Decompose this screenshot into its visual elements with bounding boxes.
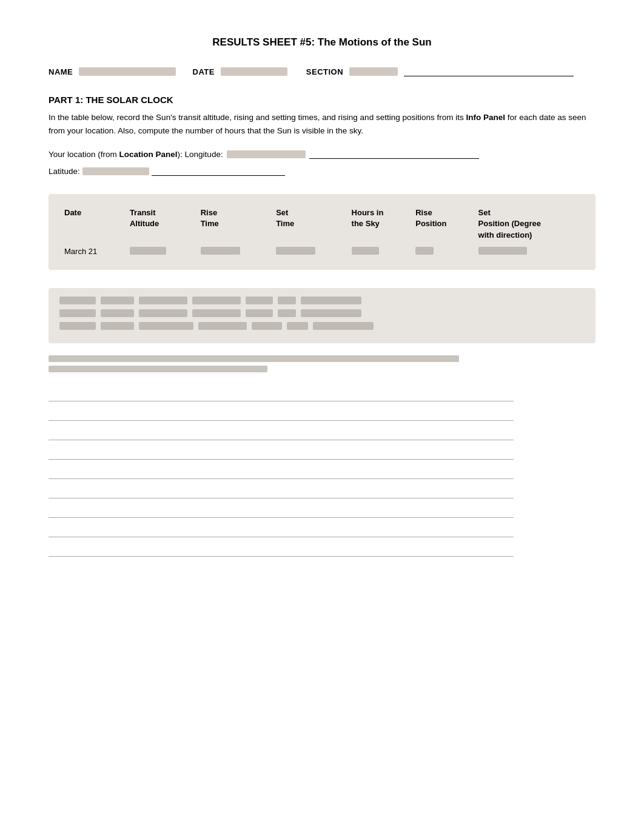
part1-intro: In the table below, record the Sun's tra… [49,111,595,137]
longitude-underline [309,149,479,159]
col-header-set-time: SetTime [271,204,346,243]
longitude-field-value [227,150,306,158]
date-label: DATE [193,67,215,76]
blurred-text-section [49,355,595,372]
section-label: SECTION [306,67,343,76]
cell-rise-pos [411,243,473,260]
answer-line-6 [49,481,514,498]
answer-line-9 [49,540,514,557]
latitude-row: Latitude: [49,166,595,176]
date-field-value [221,67,287,76]
cell-date: March 21 [59,243,125,260]
answer-line-5 [49,462,514,479]
col-header-rise-position: RisePosition [411,204,473,243]
col-header-hours: Hours inthe Sky [347,204,411,243]
blurred-row-2 [59,309,585,317]
cell-set-time [271,243,346,260]
cell-transit [125,243,196,260]
blurred-table-section [49,288,595,343]
blurred-row-1 [59,297,585,304]
section-underline [404,67,574,76]
location-label: Your location (from Location Panel): Lon… [49,150,223,159]
page-title: RESULTS SHEET #5: The Motions of the Sun [49,36,595,49]
answer-line-7 [49,501,514,518]
col-header-transit: TransitAltitude [125,204,196,243]
data-table: Date TransitAltitude RiseTime SetTime Ho… [59,204,585,260]
location-row: Your location (from Location Panel): Lon… [49,149,595,159]
cell-hours [347,243,411,260]
col-header-set-position: SetPosition (Degreewith direction) [474,204,585,243]
answer-lines-section [49,384,595,557]
part1-title: PART 1: THE SOLAR CLOCK [49,95,595,105]
table-row: March 21 [59,243,585,260]
section-field-value [349,67,398,76]
latitude-label: Latitude: [49,167,80,176]
answer-line-2 [49,404,514,421]
blurred-row-3 [59,322,585,330]
table-header-row: Date TransitAltitude RiseTime SetTime Ho… [59,204,585,243]
name-label: NAME [49,67,73,76]
name-field-value [79,67,176,76]
latitude-field-value [82,167,149,175]
col-header-rise-time: RiseTime [196,204,271,243]
latitude-underline [152,166,285,176]
col-header-date: Date [59,204,125,243]
name-date-section-row: NAME DATE SECTION [49,67,595,76]
answer-line-1 [49,384,514,401]
answer-line-4 [49,443,514,460]
answer-line-3 [49,423,514,440]
data-table-wrapper: Date TransitAltitude RiseTime SetTime Ho… [49,194,595,270]
cell-set-pos [474,243,585,260]
cell-rise-time [196,243,271,260]
answer-line-8 [49,520,514,537]
